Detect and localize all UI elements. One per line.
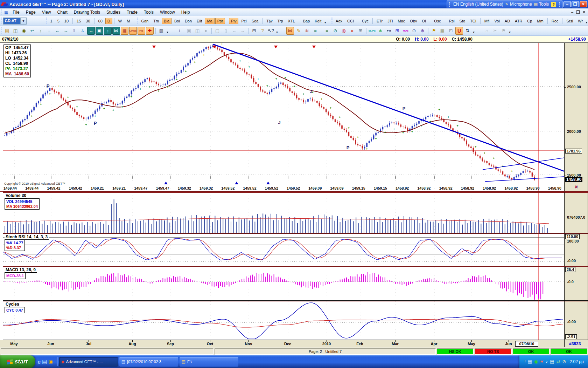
elliott-waves-icon[interactable]: ≋ [303,27,311,35]
time-clock-icon[interactable]: ⊙ [331,27,339,35]
timeframe-button-w[interactable]: W [116,18,124,24]
menu-page[interactable]: Page [23,9,39,15]
timeframe-button-m[interactable]: M [125,18,132,24]
study-button-cp[interactable]: Cp [525,18,534,24]
chart-wizard-icon[interactable]: ◫ [12,27,19,35]
bias-reversal-icon[interactable]: ≡ [312,27,319,35]
grid-icon[interactable]: ⊞ [357,27,364,35]
studies-overflow-icon[interactable]: ▼ [324,17,327,25]
language-tools-button[interactable]: ▤Tools [534,2,549,7]
update-icon[interactable]: ⊙ [562,359,566,364]
study-button-tm[interactable]: Tm [151,18,161,24]
timeframe-button-10[interactable]: 10 [62,18,71,24]
macd-panel-plot[interactable]: MACD 13, 26, 9 MCD-38.1 [3,266,564,301]
study-button-don[interactable]: Don [183,18,194,24]
menu-help[interactable]: Help [178,9,193,15]
xtl-study-icon[interactable]: ∗ [377,27,384,35]
expand-tool-icon[interactable]: ⋈ [286,27,294,35]
pti-icon[interactable]: PTI [385,27,393,35]
study-button-mac[interactable]: Mac [396,18,407,24]
language-indicator[interactable]: EN English (United States) [453,2,503,7]
study-button-gan[interactable]: Gan [139,18,150,24]
revert-icon[interactable]: ↩ [28,27,36,35]
ie-icon[interactable]: e [38,359,41,365]
close-button[interactable]: × [580,1,587,7]
toolbar-overflow-icon[interactable]: ▼ [508,27,512,35]
toolbar-overflow-icon[interactable]: ▼ [166,27,169,35]
pencil-icon[interactable]: ✎ [295,27,302,35]
mdi-close-button[interactable]: × [583,10,585,15]
symbol-dropdown-icon[interactable]: ▼ [20,18,26,24]
study-button-ad[interactable]: AD [503,18,512,24]
microphone-button[interactable]: ✎Microphone [505,2,532,7]
print-icon[interactable]: ⊟ [250,27,258,35]
menu-drawing-tools[interactable]: Drawing Tools [71,9,103,15]
scroll-right-icon[interactable]: → [62,27,70,35]
show-desktop-icon[interactable]: ▤ [42,359,47,365]
pin-icon[interactable]: ⊙ [410,27,418,35]
study-button-osc[interactable]: Osc [432,18,443,24]
scroll-left-icon[interactable]: ← [54,27,61,35]
tag-icon[interactable]: ⚑ [430,27,438,35]
page-up-icon[interactable]: ⇧ [70,27,78,35]
study-button-piv[interactable]: Piv [229,18,238,24]
audio-icon[interactable]: ♪ [546,359,548,364]
menu-tools[interactable]: Tools [141,9,157,15]
help-icon[interactable]: ? [259,27,266,35]
chart-document-icon[interactable]: ▦ [4,10,8,15]
esignal-icon[interactable]: ◉ [534,359,538,364]
fib-icon[interactable]: FIB [138,27,145,35]
scroll-lock-icon[interactable]: ✕ [574,184,578,189]
study-button-vol[interactable]: Vol [492,18,502,24]
menu-chart[interactable]: Chart [54,9,71,15]
study-button-adx[interactable]: Adx [334,18,344,24]
price-chart-plot[interactable]: ++++++++++++++++++++++++++++++++++++++++… [3,43,564,191]
timeframe-toolbar-grip[interactable] [46,18,47,24]
study-button-kelt[interactable]: Kelt [313,18,323,24]
study-button-bia[interactable]: Bia [162,18,172,24]
study-button-ellt[interactable]: Ellt [195,18,204,24]
realtick-icon[interactable]: R [540,359,543,364]
symbol-combobox[interactable]: GD.AT ▼ [3,18,27,25]
context-help-icon[interactable]: ↖? [267,27,275,35]
study-button-atr[interactable]: ATR [513,18,524,24]
tools-toolbar-grip[interactable] [1,27,2,34]
study-button-psr[interactable]: Psr [215,18,225,24]
restore-button[interactable]: ❐ [572,1,579,7]
page-layout-icon[interactable]: ▦ [439,27,446,35]
timeframe-button-30[interactable]: 30 [84,18,92,24]
language-bar-options[interactable] [559,2,560,7]
studies-toolbar-grip[interactable] [137,18,138,24]
study-button-cci[interactable]: CCI [345,18,356,24]
study-button-sea[interactable]: Sea [250,18,261,24]
study-button-obv[interactable]: Obv [408,18,419,24]
study-button-tjw[interactable]: Tjw [264,18,274,24]
copy-pages-icon[interactable]: ⊡ [447,27,455,35]
scroll-up-icon[interactable]: ↑ [37,27,44,35]
fan-lines-icon[interactable]: « [348,27,356,35]
mdi-minimize-button[interactable]: − [571,10,573,15]
study-button-tci[interactable]: TCI [468,18,478,24]
record-icon[interactable]: ◉ [20,27,28,35]
timeframe-button-d[interactable]: D [105,18,112,24]
study-button-roc[interactable]: Roc [550,18,561,24]
target-icon[interactable]: ◎ [340,27,348,35]
volume-axis[interactable]: 0764007.0 [564,192,588,233]
study-button-srsi[interactable]: Srsi [564,18,575,24]
step-bar-icon[interactable]: ∟ [177,27,184,35]
study-button-mm[interactable]: Mm [535,18,545,24]
menu-file[interactable]: File [9,9,22,15]
mdi-restore-button[interactable]: ❐ [576,10,580,15]
time-axis[interactable]: 07/08/10 #3823 MayJunJulAugSepOctNovDec2… [0,340,588,347]
timeframe-button-15[interactable]: 15 [75,18,83,24]
auto-update-icon[interactable]: U [455,27,463,35]
study-button-trp[interactable]: Trp [275,18,285,24]
study-button-bol[interactable]: Bol [172,18,182,24]
volume-panel-plot[interactable]: Volume 30 VOL 24994545MA 106433962.04 [3,192,564,233]
make-study-icon[interactable]: ⊞ [393,27,401,35]
minimize-button[interactable]: − [564,1,571,7]
stoch-axis[interactable]: 110.00 100.00 -0.00 [564,233,588,266]
network-icon[interactable]: ⇄ [556,359,560,364]
display-icon[interactable]: ▦ [528,359,532,364]
study-button-cyc[interactable]: Cyc [360,18,371,24]
